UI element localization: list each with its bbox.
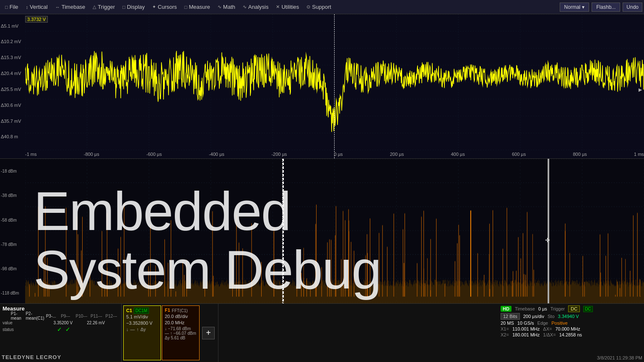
c1-label: C1 (126, 308, 132, 313)
timebase-icon: ↔ (55, 5, 60, 10)
menu-cursors[interactable]: ✦ Cursors (149, 2, 180, 12)
measure-col-p3: P3-... (46, 314, 59, 318)
f1-arrow-down: ↓ −71.68 dBm (165, 326, 197, 331)
fft-y-label-1: -18 dBm (1, 169, 17, 173)
x-label-6: 200 µs (390, 152, 404, 157)
info-row-3: 20 MS 10 GS/s Edge Positive (501, 321, 641, 326)
x-label-9: 800 µs (573, 152, 587, 157)
channel-info: C1 DC1M 5.1 mV/div −3.352800 V ↓ — ↑ Δy (122, 304, 218, 362)
measure-section: Measure P1-mean P2-mean(C1) P3-... P9---… (0, 304, 122, 362)
measure-header-row: P1-mean P2-mean(C1) P3-... P9--- P10--- … (3, 313, 119, 319)
x-label-0: -1 ms (25, 152, 37, 157)
x-label-2: -600 µs (146, 152, 162, 157)
support-icon: ⊙ (306, 4, 310, 10)
waveform-canvas (25, 14, 644, 158)
add-channel-button[interactable]: + (202, 327, 215, 339)
trigger-label: Trigger (551, 306, 565, 311)
channel-c1-box: C1 DC1M 5.1 mV/div −3.352800 V ↓ — ↑ Δy (123, 305, 161, 360)
c1-arrow-up: ↑ (137, 327, 139, 332)
f1-fft-label: FFT(C1) (172, 308, 188, 313)
menu-display[interactable]: □ Display (119, 2, 148, 12)
fft-y-label-4: -78 dBm (1, 242, 17, 246)
menu-measure[interactable]: □ Measure (181, 2, 213, 12)
measure-col-p10: P10--- (76, 314, 89, 318)
trigger-dc-badge: DC (568, 305, 580, 312)
menu-vertical[interactable]: ↕ Vertical (23, 2, 51, 12)
menu-utilities[interactable]: ✕ Utilities (273, 2, 302, 12)
timebase-label: Timebase (515, 306, 535, 311)
f1-label: F1 (165, 308, 170, 313)
f1-header: F1 FFT(C1) (165, 308, 197, 313)
right-info-panel: HD Timebase 0 µs Trigger DC DC 12 Bits 2… (497, 304, 644, 362)
menu-trigger[interactable]: △ Trigger (89, 2, 118, 12)
measure-col-p2: P2-mean(C1) (26, 311, 44, 321)
right-controls: Normal ▾ Flashb... Undo (560, 3, 642, 12)
dropdown-icon: ▾ (582, 4, 584, 10)
x-axis-labels: -1 ms -800 µs -600 µs -400 µs -200 µs 0 … (25, 153, 644, 158)
c1-arrows: ↓ — ↑ Δy (126, 327, 158, 332)
y-label-1: Δ5.1 mV (1, 23, 18, 28)
bottom-fft-panel: 2 dB F1 -18 dBm -38 dBm -58 dBm -78 dBm … (0, 159, 644, 362)
fft-y-label-6: -118 dBm (1, 291, 19, 295)
info-row-4: X1= 110.001 MHz ΔX= 70.000 MHz (501, 326, 641, 331)
sto-value: 3.34940 V (558, 314, 579, 319)
top-waveform-panel: Δ5.1 mV Δ10.2 mV Δ15.3 mV Δ20.4 mV Δ25.5… (0, 14, 644, 159)
c1-voltage: −3.352800 V (126, 320, 158, 326)
f1-db-div: 20.0 dB/div (165, 313, 197, 320)
measure-title: Measure (3, 305, 119, 312)
crosshair-marker: ✛ (545, 237, 550, 243)
display-icon: □ (122, 5, 125, 10)
gs-value: 10 GS/s (517, 321, 534, 326)
measure-p2-value: 3.35200 V (54, 321, 86, 325)
x-label-5: 0 µs (334, 152, 343, 157)
y-label-4: Δ20.4 mV (1, 71, 21, 76)
measure-row-value-label: value (3, 321, 18, 325)
f1-arrow-up: — ↑ −66.07 dBm (165, 331, 197, 336)
x1-value: 110.001 MHz (512, 326, 540, 331)
file-icon: □ (5, 5, 8, 10)
datetime-label: 3/8/2021 11:29:38 PM (597, 355, 642, 360)
f1-delta-y: Δy 5.61 dB (165, 336, 197, 340)
y-label-6: Δ30.6 mV (1, 103, 21, 108)
x-label-4: -200 µs (271, 152, 287, 157)
flashback-button[interactable]: Flashb... (592, 3, 620, 12)
y-label-3: Δ15.3 mV (1, 55, 21, 60)
c1-arrow-down: ↓ (126, 327, 129, 332)
y-label-2: Δ10.2 mV (1, 39, 21, 44)
info-row-1: HD Timebase 0 µs Trigger DC DC (501, 305, 641, 312)
measure-status-row: status ✓ ✓ (3, 326, 119, 333)
c1-arrow-up-label: — (130, 327, 135, 332)
measure-p3-status-icon: ✓ (65, 326, 71, 333)
positive-label: Positive (551, 321, 568, 326)
tdiv-label: 200 µs/div (523, 314, 544, 319)
menu-math[interactable]: ∿ Math (214, 2, 239, 12)
fft-y-label-2: -38 dBm (1, 193, 17, 198)
analysis-icon: ∿ (243, 4, 247, 10)
fft-y-label-3: -58 dBm (1, 217, 17, 222)
measure-col-p9: P9--- (61, 314, 74, 318)
x-label-3: -400 µs (209, 152, 224, 157)
menu-timebase[interactable]: ↔ Timebase (52, 2, 89, 12)
normal-button[interactable]: Normal ▾ (560, 3, 589, 12)
channel-f1-box: F1 FFT(C1) 20.0 dB/div 20.0 MHz ↓ −71.68… (162, 305, 200, 360)
undo-button[interactable]: Undo (623, 3, 642, 12)
cursors-icon: ✦ (152, 4, 156, 10)
c1-header: C1 DC1M (126, 308, 158, 314)
math-icon: ∿ (218, 4, 221, 10)
y-label-8: Δ40.8 m (1, 134, 18, 139)
vertical-icon: ↕ (26, 5, 29, 10)
x-label-1: -800 µs (84, 152, 99, 157)
menu-support[interactable]: ⊙ Support (303, 2, 335, 12)
utilities-icon: ✕ (276, 4, 280, 10)
menu-analysis[interactable]: ∿ Analysis (239, 2, 272, 12)
measure-p3-value: 22.26 mV (87, 321, 119, 325)
measure-icon: □ (184, 5, 187, 10)
sto-label: Sto (548, 314, 555, 319)
inv-dx-label: 1/ΔX= (543, 332, 556, 337)
dc-badge: DC (583, 306, 592, 312)
info-row-2: 12 Bits 200 µs/div Sto 3.34940 V (501, 313, 641, 320)
x2-value: 180.001 MHz (512, 332, 540, 337)
measure-row-status-label: status (3, 327, 19, 332)
dc1m-badge: DC1M (134, 308, 149, 314)
menu-file[interactable]: □ File (2, 2, 22, 12)
